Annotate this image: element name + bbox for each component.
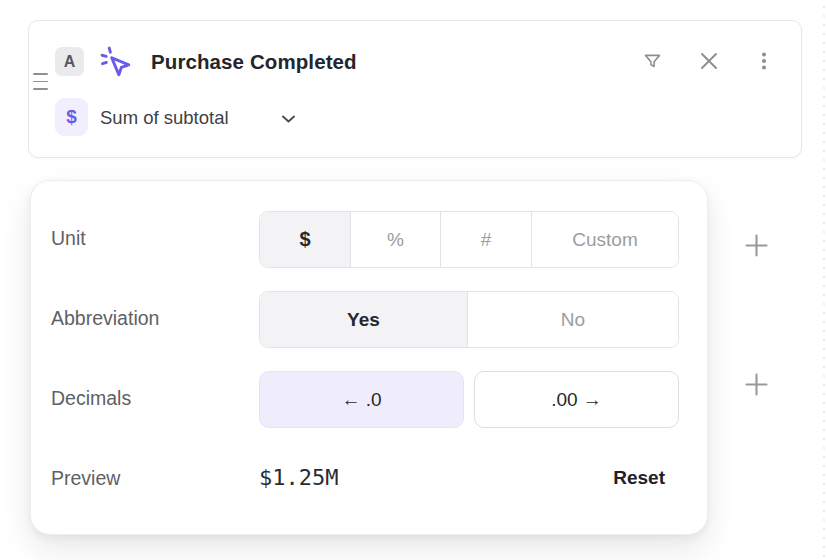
- metric-unit-badge: $: [55, 98, 88, 136]
- drag-handle-icon[interactable]: [33, 73, 51, 90]
- unit-option-dollar[interactable]: $: [260, 212, 350, 267]
- abbreviation-segmented-control: Yes No: [259, 291, 679, 348]
- unit-option-number[interactable]: #: [440, 212, 531, 267]
- decimals-controls: ← .0 .00 →: [259, 371, 679, 428]
- abbreviation-option-no[interactable]: No: [467, 292, 678, 347]
- canvas-dotted-edge: [823, 6, 825, 560]
- unit-option-custom[interactable]: Custom: [531, 212, 678, 267]
- event-group-badge: A: [55, 47, 84, 76]
- add-button-bottom[interactable]: [740, 368, 772, 400]
- event-title: Purchase Completed: [151, 49, 357, 75]
- metric-selector[interactable]: Sum of subtotal: [100, 107, 229, 129]
- filter-icon[interactable]: [640, 49, 664, 73]
- kebab-menu-icon[interactable]: [752, 49, 776, 73]
- unit-option-percent[interactable]: %: [350, 212, 440, 267]
- abbreviation-option-yes[interactable]: Yes: [260, 292, 467, 347]
- click-cursor-icon: [97, 43, 135, 81]
- abbreviation-row-label: Abbreviation: [51, 307, 159, 330]
- reset-button[interactable]: Reset: [613, 467, 665, 489]
- preview-row-label: Preview: [51, 467, 120, 490]
- unit-row-label: Unit: [51, 227, 86, 250]
- decimals-row-label: Decimals: [51, 387, 131, 410]
- event-card: A Purchase Completed $ Sum of subtotal: [28, 20, 802, 158]
- add-button-top[interactable]: [740, 229, 772, 261]
- chevron-down-icon[interactable]: [280, 111, 296, 127]
- decimals-increase-button[interactable]: .00 →: [474, 371, 679, 428]
- close-icon[interactable]: [697, 49, 721, 73]
- preview-value: $1.25M: [259, 465, 338, 490]
- decimals-decrease-button[interactable]: ← .0: [259, 371, 464, 428]
- number-format-panel: Unit $ % # Custom Abbreviation Yes No De…: [30, 180, 708, 535]
- unit-segmented-control: $ % # Custom: [259, 211, 679, 268]
